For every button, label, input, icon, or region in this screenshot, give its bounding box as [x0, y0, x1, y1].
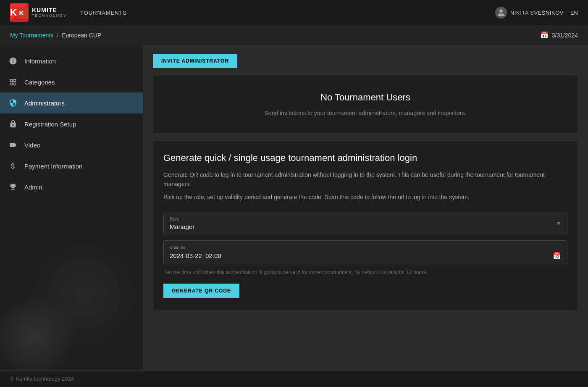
generate-qr-code-button[interactable]: GENERATE QR CODE [163, 284, 239, 298]
breadcrumb-separator: / [57, 32, 58, 39]
no-users-card: No Tournament Users Send invitations to … [153, 75, 578, 134]
valid-till-field: Valid till 📅 [163, 240, 567, 264]
breadcrumb: My Tournaments / European CUP [10, 32, 101, 39]
topnav-left: K KUMITE TECHNOLOGY TOURNAMENTS [10, 3, 127, 22]
sidebar-item-payment-information[interactable]: Payment Information [0, 155, 143, 176]
content-area: INVITE ADMINISTRATOR No Tournament Users… [143, 45, 588, 370]
date-field-row: 📅 [170, 252, 561, 260]
sidebar-item-video[interactable]: Video [0, 134, 143, 155]
sidebar-item-registration-setup[interactable]: Registration Setup [0, 113, 143, 134]
breadcrumb-current: European CUP [62, 32, 101, 39]
sidebar-item-admin[interactable]: Admin [0, 176, 143, 197]
footer-text: © KumiteTechnology 2024 [10, 376, 74, 382]
trophy-icon [8, 182, 18, 192]
sidebar: Information Categories Administrators Re… [0, 45, 143, 370]
categories-icon [8, 77, 18, 87]
sidebar-item-administrators[interactable]: Administrators [0, 92, 143, 113]
no-users-title: No Tournament Users [163, 92, 567, 103]
sidebar-label-information: Information [24, 58, 56, 65]
calendar-icon: 📅 [540, 31, 549, 39]
date-picker-icon[interactable]: 📅 [553, 252, 561, 260]
logo-icon: K [10, 3, 29, 22]
breadcrumb-bar: My Tournaments / European CUP 📅 3/31/202… [0, 25, 588, 45]
topnav-right: NIKITA SVEŠNIKOV EN [495, 7, 578, 18]
invite-administrator-button[interactable]: INVITE ADMINISTRATOR [153, 54, 237, 68]
date-display: 📅 3/31/2024 [540, 31, 578, 39]
qr-title: Generate quick / single usage tournament… [163, 153, 567, 163]
info-icon [8, 56, 18, 66]
qr-description-line2: Pick up the role, set up validity period… [163, 192, 567, 202]
qr-description-line1: Generate QR code to log in to tournament… [163, 170, 567, 189]
no-users-subtitle: Send invitations to your tournament admi… [163, 110, 567, 116]
logo-main: KUMITE [32, 7, 67, 13]
role-select[interactable]: Manager Administrator Inspector [170, 223, 561, 230]
video-icon [8, 140, 18, 150]
lock-icon [8, 119, 18, 129]
qr-code-card: Generate quick / single usage tournament… [153, 140, 578, 310]
role-field: Role Manager Administrator Inspector ▼ [163, 212, 567, 235]
sidebar-label-registration-setup: Registration Setup [24, 121, 76, 128]
dollar-icon [8, 161, 18, 171]
bg-decoration [25, 236, 143, 353]
footer: © KumiteTechnology 2024 [0, 370, 588, 387]
logo-text: KUMITE TECHNOLOGY [32, 7, 67, 18]
role-label: Role [170, 216, 561, 221]
sidebar-label-admin: Admin [24, 184, 42, 191]
topnav: K KUMITE TECHNOLOGY TOURNAMENTS NIKITA S… [0, 0, 588, 25]
language-selector[interactable]: EN [570, 10, 578, 16]
sidebar-label-video: Video [24, 142, 40, 149]
user-avatar-icon [495, 7, 507, 18]
sidebar-label-categories: Categories [24, 79, 55, 86]
sidebar-label-payment-information: Payment Information [24, 163, 82, 170]
sidebar-item-information[interactable]: Information [0, 50, 143, 71]
valid-till-label: Valid till [170, 245, 561, 250]
svg-text:K: K [19, 9, 24, 16]
main-content: Information Categories Administrators Re… [0, 45, 588, 370]
logo[interactable]: K KUMITE TECHNOLOGY [10, 3, 67, 22]
sidebar-item-categories[interactable]: Categories [0, 71, 143, 92]
logo-sub: TECHNOLOGY [32, 14, 67, 18]
sidebar-label-administrators: Administrators [24, 100, 65, 107]
nav-tournaments[interactable]: TOURNAMENTS [80, 10, 127, 16]
admin-icon [8, 98, 18, 108]
user-info[interactable]: NIKITA SVEŠNIKOV [495, 7, 564, 18]
breadcrumb-my-tournaments[interactable]: My Tournaments [10, 32, 53, 39]
date-value: 3/31/2024 [552, 32, 578, 39]
user-name: NIKITA SVEŠNIKOV [510, 10, 564, 16]
hint-text: Set the time until when this authenticat… [163, 269, 567, 275]
valid-till-input[interactable] [170, 252, 549, 259]
